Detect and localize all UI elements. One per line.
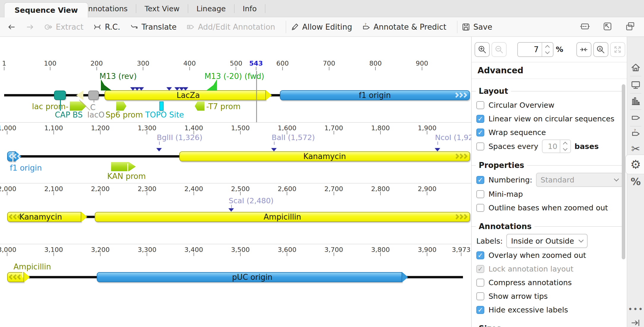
annotation-badge[interactable] (159, 101, 164, 111)
toolbar-label: Add/Edit Annotation (198, 23, 275, 31)
option-row: Compress annotations (472, 276, 627, 289)
toolbar: ExtractR.C.TranslateAdd/Edit AnnotationA… (0, 17, 644, 37)
annotation-label: f1 origin (359, 91, 391, 100)
annotation-label: C (90, 103, 96, 112)
annotation-label: Kanamycin (19, 212, 62, 221)
scissors-icon[interactable]: ✂ (627, 142, 644, 155)
sequence-view-canvas[interactable]: 1100200300400500600700800900LacZaf1 orig… (0, 37, 471, 327)
percent-icon[interactable]: % (627, 175, 644, 188)
duplicate-view-button[interactable] (625, 21, 635, 33)
zoom-to-annotations-button[interactable]: A (593, 42, 608, 57)
primer-flag-rev[interactable] (101, 79, 112, 91)
collapse-panel-icon[interactable] (627, 316, 644, 327)
annotation-badge[interactable] (116, 101, 126, 111)
fit-to-width-button[interactable] (576, 42, 591, 57)
statistics-icon[interactable] (627, 95, 644, 108)
tab-lineage[interactable]: Lineage (188, 4, 234, 13)
annotation-badge[interactable] (70, 101, 86, 111)
option-label: Labels: (476, 237, 503, 245)
ruler-tick (189, 67, 190, 70)
spinner[interactable] (560, 140, 570, 153)
spinner-up-icon[interactable] (545, 45, 550, 50)
ruler-tick (53, 192, 54, 195)
checkbox-hide-excessive-labels[interactable]: ✓ (476, 306, 484, 314)
toolbar-label: Save (473, 23, 492, 31)
tab-info[interactable]: Info (234, 4, 265, 13)
annotation-box-gray[interactable] (88, 91, 99, 100)
spinner-down-icon[interactable] (545, 49, 550, 54)
rc-icon (93, 23, 102, 31)
ruler-tick (427, 192, 427, 195)
back-button[interactable] (7, 23, 16, 31)
spinner-down-icon[interactable] (563, 146, 568, 151)
annotate-predict-button[interactable]: ?Annotate & Predict (362, 23, 446, 31)
ruler-tick (422, 67, 422, 70)
option-row: ✓Wrap sequence (472, 126, 627, 139)
option-row: Labels:Inside or Outside (472, 234, 627, 248)
reverse-complement-button[interactable]: R.C. (93, 23, 120, 31)
advanced-options: LayoutCircular Overview✓Linear view on c… (472, 79, 627, 327)
restriction-site-triangle (271, 148, 277, 151)
tab-sequence-view[interactable]: Sequence View (4, 2, 88, 18)
zoom-spinner[interactable] (542, 43, 553, 56)
panel-scrollbar[interactable] (622, 84, 625, 259)
ruler-tick (143, 67, 143, 70)
spinner-up-icon[interactable] (563, 142, 568, 147)
checkbox-outline-bases-when-zoomed-out[interactable] (476, 204, 484, 212)
ruler-tick (96, 67, 97, 70)
toolbar-separator (457, 21, 457, 33)
annotate-predict-icon[interactable]: ? (627, 127, 644, 140)
annotation-label: pUC origin (232, 273, 272, 282)
checkbox-circular-overview[interactable] (476, 101, 484, 109)
toolbar-separator (286, 21, 286, 33)
arrow-tip (402, 272, 408, 282)
svg-text:A: A (599, 47, 602, 51)
popout-view-button[interactable] (602, 21, 613, 33)
tab-text-view[interactable]: Text View (136, 4, 188, 13)
annotation-box-teal[interactable] (54, 91, 66, 100)
annotation-icon[interactable] (627, 111, 644, 124)
full-zoom-button (610, 42, 625, 57)
advanced-title: Advanced (478, 66, 523, 75)
option-label: Spaces every (488, 142, 538, 151)
option-row: ✓Lock annotation layout (472, 262, 627, 275)
strip-separator (630, 109, 641, 110)
section-title: Layout (476, 87, 511, 96)
annotation-badge[interactable] (195, 101, 204, 111)
ruler-tick (380, 192, 381, 195)
lac-promoter-arrow[interactable] (76, 91, 83, 100)
arrow-tip (266, 90, 272, 100)
arrow-left-icon (7, 23, 16, 31)
checkbox-numbering-[interactable]: ✓ (476, 176, 484, 184)
save-button[interactable]: Save (461, 23, 492, 31)
checkbox-show-arrow-tips[interactable] (476, 292, 484, 300)
toolbar-label: R.C. (105, 23, 120, 31)
checkbox-compress-annotations[interactable] (476, 279, 484, 287)
gear-icon[interactable]: ⚙ (627, 158, 644, 171)
fit-to-width-button[interactable] (580, 21, 590, 33)
checkbox-spaces-every[interactable] (476, 142, 484, 150)
zoom-in-button[interactable] (475, 42, 490, 57)
more-ellipsis-icon[interactable]: ••• (627, 303, 644, 316)
dropdown-labels-[interactable]: Inside or Outside (506, 234, 588, 248)
annotation-badge[interactable] (111, 162, 136, 171)
dropdown-numbering-: Standard (536, 173, 623, 187)
checkbox-linear-view-on-circular-sequences[interactable]: ✓ (476, 115, 484, 123)
zoom-controls: %A (472, 37, 627, 62)
zoom-level-input[interactable] (518, 43, 542, 56)
allow-editing-button[interactable]: Allow Editing (290, 23, 352, 31)
restriction-site-stem (231, 205, 232, 208)
checkbox-overlay-when-zoomed-out[interactable]: ✓ (476, 251, 484, 259)
checkbox-mini-map[interactable] (476, 190, 484, 198)
ruler-tick (236, 67, 236, 70)
home-icon[interactable] (627, 61, 644, 74)
ruler-tick (193, 192, 194, 195)
display-icon[interactable] (627, 78, 644, 91)
chevron-down-icon (579, 238, 584, 243)
translate-button[interactable]: Translate (130, 23, 177, 31)
option-label: Overlay when zoomed out (488, 251, 586, 260)
sequence-row-1: 1100200300400500600700800900LacZaf1 orig… (0, 58, 471, 122)
checkbox-wrap-sequence[interactable]: ✓ (476, 128, 484, 136)
annotation-label: Kanamycin (303, 152, 346, 161)
restriction-site-triangle (156, 148, 162, 151)
